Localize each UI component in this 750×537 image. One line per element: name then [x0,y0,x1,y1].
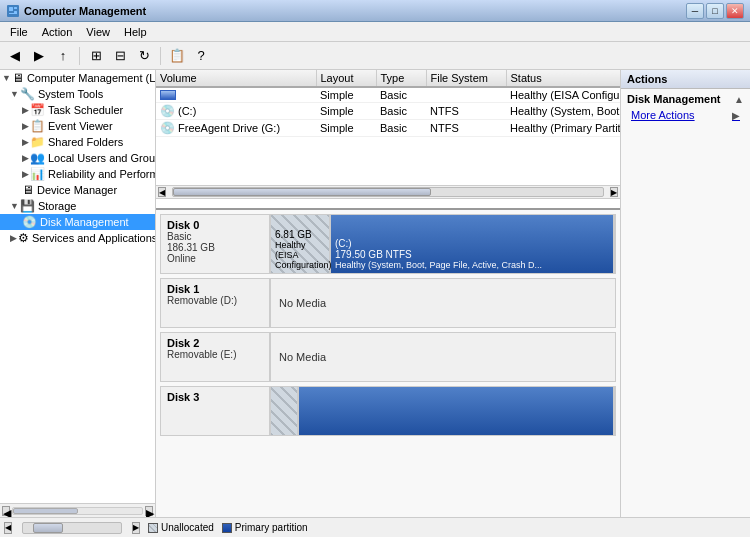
sidebar-item-system-tools[interactable]: ▼ 🔧 System Tools [0,86,155,102]
svg-rect-1 [9,7,13,11]
table-row[interactable]: 💿 (C:) Simple Basic NTFS Healthy (System… [156,103,620,120]
sidebar-tree: ▼ 🖥 Computer Management (Local) ▼ 🔧 Syst… [0,70,155,503]
expand-arrow-ts: ▶ [22,105,29,115]
expand-arrow-ev: ▶ [22,121,29,131]
partition-3-1[interactable] [299,387,615,435]
sidebar-item-shared-folders[interactable]: ▶ 📁 Shared Folders [0,134,155,150]
cell-fs-2: NTFS [426,120,506,137]
col-type[interactable]: Type [376,70,426,87]
refresh-button[interactable]: ↻ [133,45,155,67]
show-hide-tree-button[interactable]: ⊞ [85,45,107,67]
menu-help[interactable]: Help [118,24,153,40]
actions-more-actions[interactable]: More Actions ▶ [621,107,750,123]
h-scroll-right-btn[interactable]: ▶ [610,187,618,197]
h-scrollbar-track [172,187,604,197]
cell-fs-0 [426,87,506,103]
status-scrollbar-thumb [33,523,63,533]
part-status-0-1: Healthy (System, Boot, Page File, Active… [335,260,609,270]
show-hide-button2[interactable]: ⊟ [109,45,131,67]
sidebar-storage-label: Storage [38,200,77,212]
sidebar-item-device-manager[interactable]: 🖥 Device Manager [0,182,155,198]
col-status[interactable]: Status [506,70,620,87]
event-viewer-icon: 📋 [30,119,45,133]
maximize-button[interactable]: □ [706,3,724,19]
sidebar-scrollbar[interactable]: ◀ ▶ [0,503,155,517]
disk-drive-icon-2: 💿 [160,121,175,135]
content-area: Volume Layout Type File System Status [156,70,620,517]
sidebar-item-services-apps[interactable]: ▶ ⚙ Services and Applications [0,230,155,246]
disk-row-1: Disk 1 Removable (D:) No Media [160,278,616,328]
expand-arrow-rel: ▶ [22,169,29,179]
col-volume[interactable]: Volume [156,70,316,87]
cell-layout-2: Simple [316,120,376,137]
back-button[interactable]: ◀ [4,45,26,67]
disk-3-partitions [271,387,615,435]
no-media-label-2: No Media [279,351,326,363]
col-layout[interactable]: Layout [316,70,376,87]
cell-layout-1: Simple [316,103,376,120]
up-button[interactable]: ↑ [52,45,74,67]
properties-button[interactable]: 📋 [166,45,188,67]
h-scrollbar-thumb [173,188,431,196]
expand-arrow-svc: ▶ [10,233,17,243]
status-scroll-left-btn[interactable]: ◀ [4,522,12,534]
actions-panel: Actions Disk Management ▲ More Actions ▶ [620,70,750,517]
sidebar-scroll-left[interactable]: ◀ [2,506,10,516]
disk-info-3: Disk 3 [161,387,271,435]
close-button[interactable]: ✕ [726,3,744,19]
sidebar-task-scheduler-label: Task Scheduler [48,104,123,116]
cell-type-0: Basic [376,87,426,103]
svg-rect-4 [9,13,17,14]
table-row[interactable]: Simple Basic Healthy (EISA Configuration… [156,87,620,103]
col-filesystem[interactable]: File System [426,70,506,87]
forward-button[interactable]: ▶ [28,45,50,67]
status-scroll-right-btn[interactable]: ▶ [132,522,140,534]
sidebar-local-users-label: Local Users and Groups [48,152,155,164]
partition-3-0[interactable] [271,387,299,435]
expand-arrow: ▼ [2,73,11,83]
disk-drive-icon: 💿 [160,104,175,118]
sidebar-item-storage[interactable]: ▼ 💾 Storage [0,198,155,214]
disk-visual-section[interactable]: Disk 0 Basic 186.31 GB Online 6.81 GB He… [156,210,620,517]
legend-unallocated-label: Unallocated [161,522,214,533]
system-tools-icon: 🔧 [20,87,35,101]
sidebar-scroll-right[interactable]: ▶ [145,506,153,516]
svg-rect-0 [7,5,19,17]
sidebar-item-event-viewer[interactable]: ▶ 📋 Event Viewer [0,118,155,134]
sidebar-item-root[interactable]: ▼ 🖥 Computer Management (Local) [0,70,155,86]
volume-table-section: Volume Layout Type File System Status [156,70,620,210]
part-status-0-0: Healthy (EISA Configuration) [275,240,325,270]
actions-header: Actions [621,70,750,89]
sidebar-root-label: Computer Management (Local) [27,72,155,84]
sidebar-item-reliability[interactable]: ▶ 📊 Reliability and Performa... [0,166,155,182]
partition-0-1[interactable]: (C:) 179.50 GB NTFS Healthy (System, Boo… [331,215,615,273]
partition-0-0[interactable]: 6.81 GB Healthy (EISA Configuration) [271,215,331,273]
part-size-0-1: 179.50 GB NTFS [335,249,609,260]
table-scroll[interactable]: Volume Layout Type File System Status [156,70,620,185]
menu-action[interactable]: Action [36,24,79,40]
h-scroll-left-btn[interactable]: ◀ [158,187,166,197]
disk-3-name: Disk 3 [167,391,263,403]
disk-0-status: Online [167,253,263,264]
help-button[interactable]: ? [190,45,212,67]
minimize-button[interactable]: ─ [686,3,704,19]
disk-0-partitions: 6.81 GB Healthy (EISA Configuration) (C:… [271,215,615,273]
expand-arrow-st: ▼ [10,89,19,99]
disk-row-0: Disk 0 Basic 186.31 GB Online 6.81 GB He… [160,214,616,274]
menu-file[interactable]: File [4,24,34,40]
table-h-scrollbar[interactable]: ◀ ▶ [156,185,620,199]
volume-table: Volume Layout Type File System Status [156,70,620,137]
sidebar-item-disk-management[interactable]: 💿 Disk Management [0,214,155,230]
sidebar-system-tools-label: System Tools [38,88,103,100]
task-scheduler-icon: 📅 [30,103,45,117]
shared-folders-icon: 📁 [30,135,45,149]
cell-status-2: Healthy (Primary Partition) [506,120,620,137]
disk-info-1: Disk 1 Removable (D:) [161,279,271,327]
disk-info-0: Disk 0 Basic 186.31 GB Online [161,215,271,273]
sidebar-item-task-scheduler[interactable]: ▶ 📅 Task Scheduler [0,102,155,118]
disk-0-name: Disk 0 [167,219,263,231]
sidebar-reliability-label: Reliability and Performa... [48,168,155,180]
table-row[interactable]: 💿 FreeAgent Drive (G:) Simple Basic NTFS… [156,120,620,137]
sidebar-item-local-users[interactable]: ▶ 👥 Local Users and Groups [0,150,155,166]
menu-view[interactable]: View [80,24,116,40]
